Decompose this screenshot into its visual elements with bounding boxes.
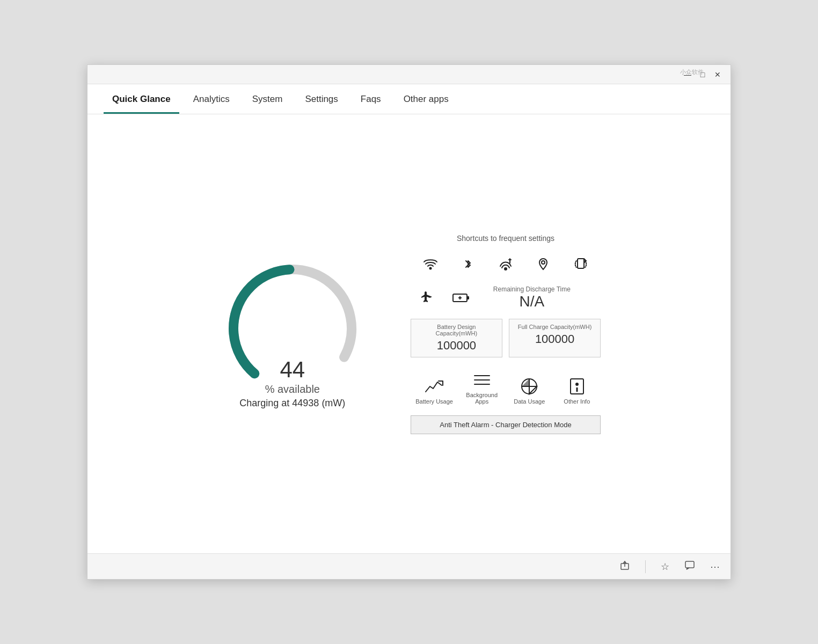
tab-system[interactable]: System bbox=[244, 86, 291, 114]
other-info-label: Other Info bbox=[564, 398, 590, 405]
full-capacity-value: 100000 bbox=[516, 332, 594, 346]
anti-theft-button[interactable]: Anti Theft Alarm - Charger Detection Mod… bbox=[411, 415, 601, 434]
svg-rect-23 bbox=[685, 561, 694, 568]
design-capacity-label: Battery Design Capacity(mWH) bbox=[418, 324, 495, 336]
data-usage-label: Data Usage bbox=[514, 398, 545, 405]
design-capacity-value: 100000 bbox=[418, 339, 495, 353]
battery-available-label: % available bbox=[217, 383, 368, 396]
svg-point-3 bbox=[505, 268, 507, 270]
battery-percent: 44 bbox=[217, 358, 368, 381]
share-icon[interactable] bbox=[619, 560, 630, 573]
airplane-icon[interactable] bbox=[416, 287, 437, 309]
main-panel: 44 % available Charging at 44938 (mW) Sh… bbox=[109, 234, 709, 434]
tab-other-apps[interactable]: Other apps bbox=[395, 86, 457, 114]
data-usage-item[interactable]: Data Usage bbox=[510, 377, 548, 405]
tab-analytics[interactable]: Analytics bbox=[185, 86, 238, 114]
battery-usage-item[interactable]: Battery Usage bbox=[415, 377, 453, 405]
design-capacity-box: Battery Design Capacity(mWH) 100000 bbox=[411, 319, 502, 357]
bluetooth-icon[interactable] bbox=[457, 253, 479, 275]
tab-settings[interactable]: Settings bbox=[296, 86, 346, 114]
close-button[interactable]: ✕ bbox=[710, 67, 725, 82]
discharge-time-value: N/A bbox=[493, 293, 571, 310]
discharge-time-label: Remaining Discharge Time bbox=[493, 286, 571, 293]
svg-rect-9 bbox=[467, 296, 469, 299]
discharge-section: Remaining Discharge Time N/A bbox=[416, 286, 601, 310]
gauge-text: 44 % available Charging at 44938 (mW) bbox=[217, 358, 368, 409]
action-icons-row: Battery Usage Background Apps bbox=[411, 370, 601, 405]
app-window: 小众软件 — □ ✕ Quick Glance Analytics System… bbox=[87, 64, 731, 580]
chat-icon[interactable] bbox=[684, 560, 695, 573]
battery-charging-label: Charging at 44938 (mW) bbox=[217, 398, 368, 409]
signal-icon[interactable] bbox=[495, 253, 516, 275]
right-panel: Shortcuts to frequent settings bbox=[411, 234, 601, 434]
screen-rotate-icon[interactable] bbox=[570, 253, 591, 275]
svg-rect-7 bbox=[578, 259, 584, 268]
background-apps-item[interactable]: Background Apps bbox=[463, 370, 501, 405]
svg-point-6 bbox=[542, 261, 545, 264]
wifi-icon[interactable] bbox=[420, 253, 441, 275]
bottom-divider bbox=[645, 560, 646, 573]
svg-point-19 bbox=[575, 383, 579, 386]
discharge-time-box: Remaining Discharge Time N/A bbox=[493, 286, 571, 310]
title-bar: — □ ✕ bbox=[87, 65, 731, 84]
other-info-item[interactable]: Other Info bbox=[558, 377, 596, 405]
bottom-bar: ☆ ⋯ bbox=[87, 553, 731, 579]
more-icon[interactable]: ⋯ bbox=[710, 561, 720, 573]
full-capacity-label: Full Charge Capacity(mWH) bbox=[516, 324, 594, 330]
shortcuts-title: Shortcuts to frequent settings bbox=[411, 234, 601, 243]
battery-usage-label: Battery Usage bbox=[415, 398, 453, 405]
battery-saver-icon[interactable] bbox=[450, 287, 472, 309]
tab-quick-glance[interactable]: Quick Glance bbox=[104, 86, 179, 114]
shortcuts-row-1 bbox=[411, 253, 601, 275]
capacity-row: Battery Design Capacity(mWH) 100000 Full… bbox=[411, 319, 601, 357]
main-content: 44 % available Charging at 44938 (mW) Sh… bbox=[87, 114, 731, 553]
tab-faqs[interactable]: Faqs bbox=[352, 86, 390, 114]
background-apps-label: Background Apps bbox=[463, 392, 501, 405]
location-icon[interactable] bbox=[532, 253, 554, 275]
battery-gauge: 44 % available Charging at 44938 (mW) bbox=[217, 253, 368, 414]
svg-point-2 bbox=[429, 267, 431, 269]
discharge-icons bbox=[416, 287, 472, 309]
nav-tabs: Quick Glance Analytics System Settings F… bbox=[87, 84, 731, 114]
full-capacity-box: Full Charge Capacity(mWH) 100000 bbox=[509, 319, 601, 357]
watermark: 小众软件 bbox=[680, 68, 704, 76]
favorite-icon[interactable]: ☆ bbox=[661, 561, 669, 573]
